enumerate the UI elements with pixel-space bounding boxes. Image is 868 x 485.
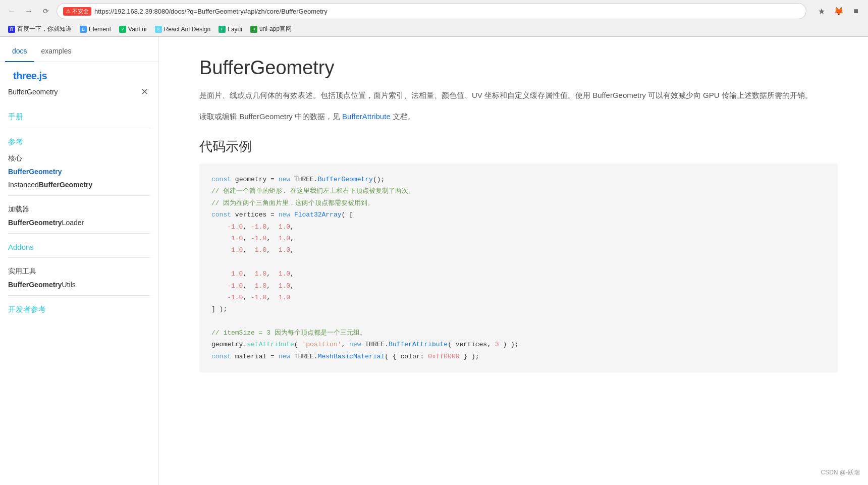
toolbar-icons: ★ 🦊 ■ xyxy=(815,4,863,18)
nav-item-buffer-geometry[interactable]: BufferGeometry xyxy=(0,165,158,178)
code-line-empty2 xyxy=(211,315,826,327)
nav-item-label-bgloader1: BufferGeometry xyxy=(8,219,62,227)
baidu-favicon: 百 xyxy=(8,26,15,33)
nav-item-label-bgloader2: Loader xyxy=(62,219,84,227)
sidebar-brand: three.js xyxy=(5,65,55,84)
code-line-v3: 1.0, 1.0, 1.0, xyxy=(211,244,826,256)
nav-title-loaders: 加载器 xyxy=(0,200,158,216)
nav-item-label-buffergeometry2: BufferGeometry xyxy=(39,181,93,189)
nav-divider-3 xyxy=(8,233,150,234)
nav-item-label-bgutils1: BufferGeometry xyxy=(8,281,62,289)
code-line-setattribute: geometry.setAttribute( 'position', new T… xyxy=(211,339,826,350)
code-line-vertices-decl: const vertices = new Float32Array( [ xyxy=(211,209,826,221)
code-line-close-array: ] ); xyxy=(211,303,826,315)
csdn-badge: CSDN @-跃瑞 xyxy=(821,468,860,477)
forward-button[interactable]: → xyxy=(22,5,35,18)
nav-title-core: 核心 xyxy=(0,149,158,165)
nav-section-addons[interactable]: Addons xyxy=(0,238,158,253)
nav-title-utils: 实用工具 xyxy=(0,262,158,278)
insecure-label: 不安全 xyxy=(72,8,89,15)
sidebar: docs examples three.js BufferGeometry ✕ … xyxy=(0,37,159,485)
code-line-material: const material = new THREE.MeshBasicMate… xyxy=(211,351,826,362)
react-favicon: R xyxy=(155,26,162,33)
description-2: 读取或编辑 BufferGeometry 中的数据，见 BufferAttrib… xyxy=(199,110,838,123)
close-search-button[interactable]: ✕ xyxy=(138,86,150,98)
bookmarks-bar: 百 百度一下，你就知道 E Element V Vant ui R React … xyxy=(0,22,868,36)
profile-button[interactable]: 🦊 xyxy=(832,4,846,18)
code-line-v5: -1.0, 1.0, 1.0, xyxy=(211,280,826,292)
refresh-button[interactable]: ⟳ xyxy=(39,5,52,18)
nav-divider-4 xyxy=(8,257,150,258)
extensions-button[interactable]: ■ xyxy=(849,4,863,18)
code-line-comment3: // itemSize = 3 因为每个顶点都是一个三元组。 xyxy=(211,327,826,339)
code-block: const geometry = new THREE.BufferGeometr… xyxy=(199,164,838,372)
nav-divider-1 xyxy=(8,128,150,128)
page-title: BufferGeometry xyxy=(199,57,838,79)
layui-favicon: L xyxy=(219,26,226,33)
react-label: React Ant Design xyxy=(164,26,211,33)
main-layout: docs examples three.js BufferGeometry ✕ … xyxy=(0,37,868,485)
code-link-float32array[interactable]: Float32Array xyxy=(294,211,342,219)
code-link-buffergeometry[interactable]: BufferGeometry xyxy=(318,176,373,183)
search-label: BufferGeometry xyxy=(8,88,134,96)
description-2-prefix: 读取或编辑 BufferGeometry 中的数据，见 xyxy=(199,112,342,121)
tab-examples[interactable]: examples xyxy=(34,41,79,62)
nav-section-devref[interactable]: 开发者参考 xyxy=(0,300,158,316)
description-1: 是面片、线或点几何体的有效表述。包括顶点位置，面片索引、法相量、颜色值、UV 坐… xyxy=(199,89,838,102)
bookmark-baidu[interactable]: 百 百度一下，你就知道 xyxy=(5,24,75,34)
nav-divider-5 xyxy=(8,295,150,296)
bookmark-layui[interactable]: L Layui xyxy=(215,25,245,34)
sidebar-search-row: BufferGeometry ✕ xyxy=(0,84,158,103)
code-line-1: const geometry = new THREE.BufferGeometr… xyxy=(211,174,826,185)
nav-item-label-instanced: Instanced xyxy=(8,181,39,189)
code-line-v2: 1.0, -1.0, 1.0, xyxy=(211,233,826,244)
section-code-example-title: 代码示例 xyxy=(199,138,838,155)
code-link-bufferattribute[interactable]: BufferAttribute xyxy=(389,341,448,348)
bookmark-uniapp[interactable]: u uni-app官网 xyxy=(247,24,295,34)
bookmark-react[interactable]: R React Ant Design xyxy=(152,25,214,34)
address-bar: ⚠ 不安全 https://192.168.2.39:8080/docs/?q=… xyxy=(57,3,806,19)
bookmark-star-button[interactable]: ★ xyxy=(815,4,829,18)
nav-item-label-buffergeometry: BufferGeometry xyxy=(8,168,62,176)
nav-section-reference[interactable]: 参考 xyxy=(0,132,158,149)
baidu-label: 百度一下，你就知道 xyxy=(17,25,72,33)
element-label: Element xyxy=(89,26,111,33)
insecure-badge: ⚠ 不安全 xyxy=(63,7,91,16)
content-area: BufferGeometry 是面片、线或点几何体的有效表述。包括顶点位置，面片… xyxy=(159,37,868,485)
nav-divider-2 xyxy=(8,195,150,196)
browser-toolbar: ← → ⟳ ⚠ 不安全 https://192.168.2.39:8080/do… xyxy=(0,0,868,22)
description-2-suffix: 文档。 xyxy=(391,112,415,121)
nav-item-label-bgutils2: Utils xyxy=(62,281,76,289)
nav-item-instanced-buffer-geometry[interactable]: InstancedBufferGeometry xyxy=(0,178,158,191)
sidebar-tabs: docs examples xyxy=(0,41,158,62)
buffer-attribute-link[interactable]: BufferAttribute xyxy=(342,112,391,121)
bookmark-vant[interactable]: V Vant ui xyxy=(116,25,149,34)
code-line-v4: 1.0, 1.0, 1.0, xyxy=(211,268,826,280)
uniapp-favicon: u xyxy=(250,26,257,33)
code-line-v1: -1.0, -1.0, 1.0, xyxy=(211,221,826,233)
nav-item-buffergeometry-loader[interactable]: BufferGeometryLoader xyxy=(0,216,158,229)
code-link-meshbasicmaterial[interactable]: MeshBasicMaterial xyxy=(318,353,385,360)
nav-section-handbook[interactable]: 手册 xyxy=(0,107,158,124)
bookmark-element[interactable]: E Element xyxy=(77,25,114,34)
tab-docs[interactable]: docs xyxy=(5,41,34,62)
element-favicon: E xyxy=(80,26,87,33)
code-line-v6: -1.0, -1.0, 1.0 xyxy=(211,292,826,303)
vant-label: Vant ui xyxy=(128,26,146,33)
uniapp-label: uni-app官网 xyxy=(259,25,292,33)
code-line-empty1 xyxy=(211,256,826,268)
code-line-comment2: // 因为在两个三角面片里，这两个顶点都需要被用到。 xyxy=(211,197,826,209)
nav-item-buffergeometry-utils[interactable]: BufferGeometryUtils xyxy=(0,278,158,291)
sidebar-nav: 手册 参考 核心 BufferGeometry InstancedBufferG… xyxy=(0,103,158,320)
layui-label: Layui xyxy=(228,26,242,33)
back-button[interactable]: ← xyxy=(5,5,18,18)
browser-chrome: ← → ⟳ ⚠ 不安全 https://192.168.2.39:8080/do… xyxy=(0,0,868,37)
code-line-comment1: // 创建一个简单的矩形. 在这里我们左上和右下顶点被复制了两次。 xyxy=(211,185,826,197)
vant-favicon: V xyxy=(119,26,126,33)
url-text[interactable]: https://192.168.2.39:8080/docs/?q=Buffer… xyxy=(94,8,800,15)
lock-icon: ⚠ xyxy=(66,8,71,15)
